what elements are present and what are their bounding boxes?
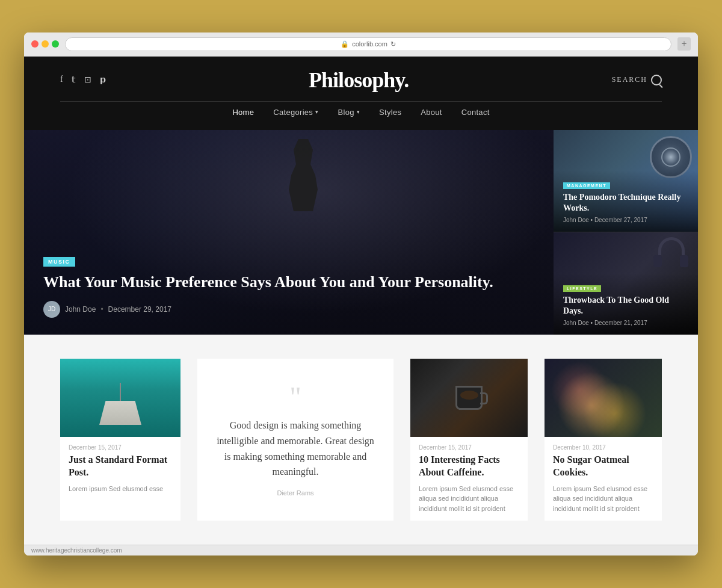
address-text: colorlib.com [352,40,387,48]
side-card-management-overlay: MANAGEMENT The Pomodoro Technique Really… [554,170,698,232]
minimize-dot[interactable] [42,40,49,48]
site-title[interactable]: Philosophy. [309,67,409,93]
lifestyle-badge: LIFESTYLE [563,285,601,292]
hero-main-article[interactable]: MUSIC What Your Music Preference Says Ab… [24,130,554,335]
hero-title: What Your Music Preference Says About Yo… [43,273,534,291]
management-article-title: The Pomodoro Technique Really Works. [563,192,688,214]
lifestyle-article-title: Throwback To The Good Old Days. [563,295,688,317]
browser-window: 🔒 colorlib.com ↻ + f 𝕥 ⊡ 𝗽 Philosophy. S… [24,32,698,556]
site-header: f 𝕥 ⊡ 𝗽 Philosophy. SEARCH Home Categori… [24,57,698,130]
lamp-image-container [60,359,180,437]
facebook-icon[interactable]: f [60,75,63,85]
author-dot: • [100,305,103,314]
browser-chrome: 🔒 colorlib.com ↻ + [24,32,698,57]
management-badge: MANAGEMENT [563,182,610,189]
flowers-illustration [545,359,662,437]
quote-author: Dieter Rams [277,489,313,497]
nav-item-home[interactable]: Home [232,108,254,117]
quote-text: Good design is making something intellig… [214,418,377,479]
post-cookies-date: December 10, 2017 [553,444,653,451]
post-card-lamp-body: December 15, 2017 Just a Standard Format… [60,437,180,501]
headphone-image [653,237,690,267]
quote-mark: " [289,383,301,412]
lock-icon: 🔒 [341,40,349,48]
management-date: December 27, 2017 [594,217,647,223]
post-cookies-excerpt: Lorem ipsum Sed elusmod esse aliqua sed … [553,484,653,514]
reload-icon[interactable]: ↻ [390,40,396,48]
post-lamp-title: Just a Standard Format Post. [69,454,172,479]
management-article-meta: John Doe • December 27, 2017 [563,217,688,223]
post-cookies-title: No Sugar Oatmeal Cookies. [553,454,653,479]
nav-item-about[interactable]: About [421,108,442,117]
browser-statusbar: www.heritagechristiancollege.com [24,545,698,556]
coffee-cup-illustration [455,386,483,410]
category-label: MUSIC [48,259,70,265]
nav-item-contact[interactable]: Contact [461,108,490,117]
maximize-dot[interactable] [52,40,59,48]
hero-author-name: John Doe [65,305,96,314]
site-nav: Home Categories ▾ Blog ▾ Styles About Co… [60,101,662,119]
header-top: f 𝕥 ⊡ 𝗽 Philosophy. SEARCH [60,67,662,93]
lamp-cord [120,383,121,401]
nav-item-styles[interactable]: Styles [379,108,401,117]
post-lamp-excerpt: Lorem ipsum Sed elusmod esse [69,484,172,494]
content-grid: December 15, 2017 Just a Standard Format… [60,359,662,521]
browser-dots [31,40,59,48]
side-card-lifestyle-overlay: LIFESTYLE Throwback To The Good Old Days… [554,273,698,335]
lifestyle-date: December 21, 2017 [594,320,647,326]
main-content: December 15, 2017 Just a Standard Format… [24,335,698,545]
categories-arrow: ▾ [315,109,318,115]
blog-arrow: ▾ [357,109,360,115]
post-lamp-date: December 15, 2017 [69,444,172,451]
management-author: John Doe [563,217,589,223]
side-card-lifestyle[interactable]: LIFESTYLE Throwback To The Good Old Days… [554,232,698,335]
post-card-lamp[interactable]: December 15, 2017 Just a Standard Format… [60,359,180,521]
cookies-image-container [545,359,662,437]
post-card-caffeine-body: December 15, 2017 10 Interesting Facts A… [410,437,528,521]
lifestyle-author: John Doe [563,320,589,326]
social-icons: f 𝕥 ⊡ 𝗽 [60,75,106,85]
post-card-cookies-body: December 10, 2017 No Sugar Oatmeal Cooki… [545,437,662,521]
post-card-caffeine[interactable]: December 15, 2017 10 Interesting Facts A… [410,359,528,521]
post-caffeine-excerpt: Lorem ipsum Sed elusmod esse aliqua sed … [419,484,519,514]
search-label: SEARCH [612,75,647,84]
hero-article-date: December 29, 2017 [108,305,171,314]
hero-section: MUSIC What Your Music Preference Says Ab… [24,130,698,335]
coffee-image-container [410,359,528,437]
post-caffeine-title: 10 Interesting Facts About Caffeine. [419,454,519,479]
search-area[interactable]: SEARCH [612,75,662,85]
close-dot[interactable] [31,40,39,48]
nav-item-blog[interactable]: Blog ▾ [338,108,360,117]
lamp-illustration [99,383,141,425]
lifestyle-article-meta: John Doe • December 21, 2017 [563,320,688,326]
pinterest-icon[interactable]: 𝗽 [100,75,106,85]
author-avatar: JD [43,301,60,318]
twitter-icon[interactable]: 𝕥 [72,75,76,85]
hero-category-badge[interactable]: MUSIC [43,257,75,267]
quote-card: " Good design is making something intell… [197,359,393,521]
post-card-cookies[interactable]: December 10, 2017 No Sugar Oatmeal Cooki… [545,359,662,521]
instagram-icon[interactable]: ⊡ [84,75,91,85]
lamp-shade [99,401,141,425]
hero-author-area: JD John Doe • December 29, 2017 [43,301,534,318]
hero-side-cards: MANAGEMENT The Pomodoro Technique Really… [554,130,698,335]
address-bar[interactable]: 🔒 colorlib.com ↻ [65,37,671,51]
status-url: www.heritagechristiancollege.com [31,547,122,554]
search-icon[interactable] [651,75,662,85]
new-tab-button[interactable]: + [677,37,691,51]
side-card-management[interactable]: MANAGEMENT The Pomodoro Technique Really… [554,130,698,232]
nav-item-categories[interactable]: Categories ▾ [273,108,318,117]
hero-main-background: MUSIC What Your Music Preference Says Ab… [24,130,554,335]
post-caffeine-date: December 15, 2017 [419,444,519,451]
